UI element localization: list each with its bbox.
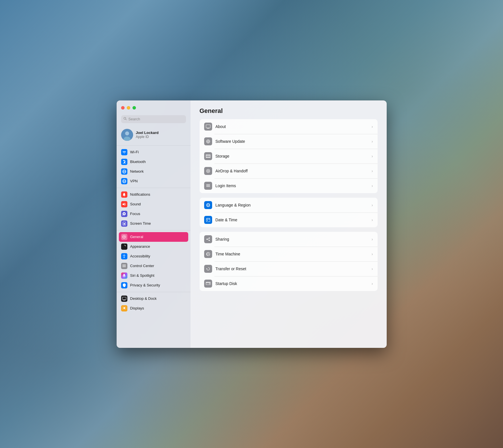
settings-row-storage[interactable]: Storage › (200, 149, 378, 164)
accessibility-icon (121, 253, 127, 259)
notifications-icon (121, 191, 127, 198)
sidebar-item-screentime[interactable]: Screen Time (119, 219, 188, 228)
network-icon (121, 168, 127, 175)
sharing-icon (204, 235, 212, 243)
settings-row-softwareupdate[interactable]: Software Update › (200, 134, 378, 149)
datetime-label: Date & Time (216, 218, 372, 222)
sidebar-item-general[interactable]: General (119, 232, 188, 242)
sidebar-item-bluetooth[interactable]: Bluetooth (119, 157, 188, 167)
loginitems-label: Login Items (216, 183, 372, 188)
svg-rect-56 (207, 220, 208, 221)
storage-label: Storage (216, 154, 372, 158)
timemachine-chevron: › (372, 252, 373, 256)
softwareupdate-label: Software Update (216, 139, 372, 144)
sidebar-group-system: Notifications Sound (117, 189, 191, 230)
startupdisk-chevron: › (372, 281, 373, 286)
svg-point-59 (209, 240, 210, 241)
privacy-icon (121, 282, 127, 288)
loginitems-icon (204, 182, 212, 190)
titlebar (117, 100, 191, 115)
appearance-icon (121, 243, 127, 250)
datetime-icon (204, 216, 212, 224)
svg-point-22 (124, 255, 125, 255)
page-title: General (200, 107, 378, 115)
settings-row-startupdisk[interactable]: Startup Disk › (200, 276, 378, 291)
search-icon (123, 117, 127, 121)
accessibility-label: Accessibility (130, 254, 150, 258)
user-info: Joel Lockard Apple ID (136, 131, 159, 139)
screentime-label: Screen Time (130, 221, 151, 226)
main-scroll-area: About › Softwar (191, 119, 387, 348)
language-label: Language & Region (216, 203, 372, 207)
svg-point-11 (124, 196, 125, 197)
settings-row-sharing[interactable]: Sharing › (200, 232, 378, 247)
sidebar-divider-3 (117, 292, 191, 292)
sidebar-item-displays[interactable]: Displays (119, 304, 188, 313)
sidebar-item-wifi[interactable]: Wi-Fi (119, 147, 188, 157)
settings-row-airdrop[interactable]: AirDrop & Handoff › (200, 164, 378, 178)
search-bar[interactable]: Search (121, 115, 186, 123)
svg-rect-27 (122, 297, 126, 300)
transferreset-label: Transfer or Reset (216, 267, 372, 271)
svg-point-0 (124, 117, 126, 119)
system-settings-window: Search Joel Lockard Apple ID (117, 100, 387, 348)
maximize-button[interactable] (133, 106, 136, 110)
minimize-button[interactable] (127, 106, 130, 110)
settings-row-about[interactable]: About › (200, 119, 378, 134)
sidebar-item-network[interactable]: Network (119, 167, 188, 176)
settings-row-transferreset[interactable]: Transfer or Reset › (200, 261, 378, 276)
user-name: Joel Lockard (136, 131, 159, 135)
storage-icon (204, 152, 212, 160)
network-label: Network (130, 169, 144, 174)
svg-point-3 (125, 131, 129, 135)
startupdisk-icon (204, 280, 212, 288)
svg-line-61 (208, 240, 209, 240)
timemachine-icon (204, 250, 212, 258)
language-icon (204, 201, 212, 209)
storage-chevron: › (372, 154, 373, 158)
wifi-icon (121, 149, 127, 155)
sidebar-item-accessibility[interactable]: Accessibility (119, 251, 188, 261)
transferreset-chevron: › (372, 267, 373, 271)
settings-row-loginitems[interactable]: Login Items › (200, 178, 378, 193)
svg-point-30 (123, 307, 125, 309)
softwareupdate-icon (204, 137, 212, 145)
sidebar-item-focus[interactable]: Focus (119, 209, 188, 219)
user-profile[interactable]: Joel Lockard Apple ID (117, 127, 191, 145)
sidebar-item-notifications[interactable]: Notifications (119, 190, 188, 199)
general-label: General (130, 235, 143, 239)
sidebar-item-desktop[interactable]: Desktop & Dock (119, 294, 188, 304)
airdrop-icon (204, 167, 212, 175)
datetime-chevron: › (372, 218, 373, 222)
settings-row-timemachine[interactable]: Time Machine › (200, 247, 378, 261)
settings-row-datetime[interactable]: Date & Time › (200, 212, 378, 227)
main-header: General (191, 100, 387, 119)
settings-row-language[interactable]: Language & Region › (200, 198, 378, 212)
sidebar-item-siri[interactable]: Siri & Spotlight (119, 271, 188, 280)
sidebar-item-sound[interactable]: Sound (119, 199, 188, 209)
svg-point-35 (207, 141, 209, 142)
about-icon (204, 123, 212, 131)
user-subtitle: Apple ID (136, 135, 159, 139)
sidebar-group-network: Wi-Fi Bluetooth (117, 146, 191, 187)
controlcenter-label: Control Center (130, 264, 154, 268)
close-button[interactable] (121, 106, 125, 110)
sidebar-item-vpn[interactable]: VPN (119, 176, 188, 186)
about-chevron: › (372, 124, 373, 129)
sidebar-item-privacy[interactable]: Privacy & Security (119, 280, 188, 290)
softwareupdate-chevron: › (372, 139, 373, 144)
svg-rect-52 (206, 218, 210, 222)
bluetooth-icon (121, 159, 127, 165)
sharing-label: Sharing (216, 237, 372, 241)
sidebar-divider-top (117, 145, 191, 146)
sidebar-item-controlcenter[interactable]: Control Center (119, 261, 188, 271)
sidebar-group-display: Desktop & Dock Displays (117, 293, 191, 314)
sidebar-item-appearance[interactable]: Appearance (119, 242, 188, 251)
displays-icon (121, 305, 127, 311)
about-label: About (216, 124, 372, 129)
focus-label: Focus (130, 212, 140, 216)
settings-group-system: About › Softwar (200, 119, 378, 193)
sidebar-group-personalize: General Appearance (117, 231, 191, 291)
sound-label: Sound (130, 202, 141, 206)
vpn-icon (121, 178, 127, 184)
